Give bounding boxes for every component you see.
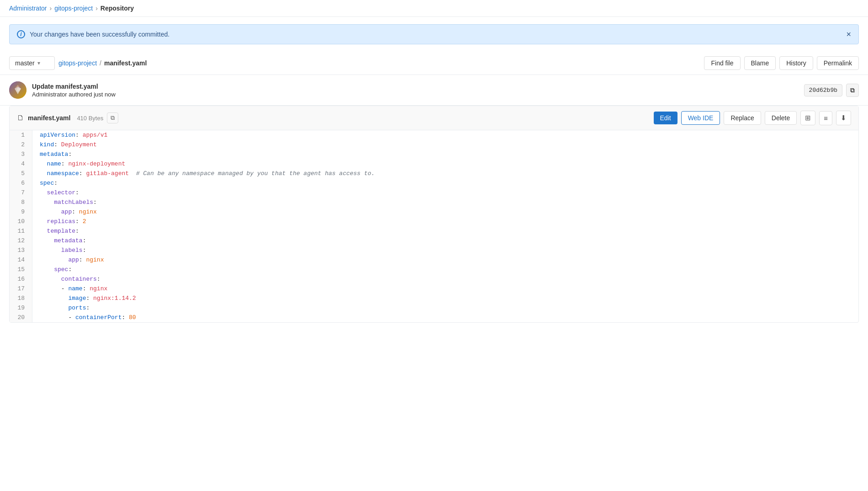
- table-row: 2kind: Deployment: [10, 140, 858, 149]
- line-number: 16: [10, 274, 32, 284]
- commit-details: Update manifest.yaml Administrator autho…: [32, 83, 116, 98]
- code-body: 1apiVersion: apps/v12kind: Deployment3me…: [10, 130, 858, 322]
- line-content: selector:: [32, 188, 858, 197]
- alert-close-button[interactable]: ×: [846, 30, 851, 38]
- table-row: 6spec:: [10, 178, 858, 188]
- find-file-button[interactable]: Find file: [704, 56, 740, 70]
- breadcrumb-project[interactable]: gitops-project: [54, 5, 93, 12]
- line-number: 11: [10, 226, 32, 236]
- commit-meta: Administrator authored just now: [32, 91, 116, 98]
- alert-left: i Your changes have been successfully co…: [17, 30, 169, 38]
- history-button[interactable]: History: [779, 56, 813, 70]
- line-number: 19: [10, 303, 32, 313]
- line-number: 14: [10, 255, 32, 265]
- line-number: 4: [10, 159, 32, 169]
- line-number: 18: [10, 294, 32, 303]
- line-content: metadata:: [32, 149, 858, 159]
- table-row: 5 namespace: gitlab-agent # Can be any n…: [10, 169, 858, 178]
- commit-author: Administrator: [32, 91, 67, 98]
- commit-right: 20d62b9b ⧉: [804, 84, 859, 97]
- web-ide-button[interactable]: Web IDE: [681, 111, 720, 125]
- line-content: template:: [32, 226, 858, 236]
- commit-info: Update manifest.yaml Administrator autho…: [0, 75, 868, 106]
- file-path-current: manifest.yaml: [104, 59, 147, 67]
- line-content: apiVersion: apps/v1: [32, 130, 858, 140]
- line-number: 15: [10, 265, 32, 274]
- commit-hash: 20d62b9b: [804, 84, 842, 96]
- line-number: 13: [10, 246, 32, 255]
- breadcrumb-admin[interactable]: Administrator: [9, 5, 47, 12]
- line-number: 1: [10, 130, 32, 140]
- line-content: replicas: 2: [32, 217, 858, 226]
- delete-button[interactable]: Delete: [765, 111, 797, 125]
- table-row: 4 name: nginx-deployment: [10, 159, 858, 169]
- table-row: 14 app: nginx: [10, 255, 858, 265]
- code-filename: manifest.yaml: [28, 114, 70, 122]
- copy-hash-button[interactable]: ⧉: [846, 84, 859, 97]
- chevron-down-icon: ▾: [37, 60, 40, 66]
- line-number: 6: [10, 178, 32, 188]
- line-number: 17: [10, 284, 32, 294]
- breadcrumb-sep-2: ›: [95, 5, 98, 12]
- table-row: 16 containers:: [10, 274, 858, 284]
- blame-icon-button[interactable]: ≡: [819, 111, 832, 125]
- commit-message: Update manifest.yaml: [32, 83, 116, 90]
- table-row: 9 app: nginx: [10, 207, 858, 217]
- line-number: 8: [10, 197, 32, 207]
- line-number: 12: [10, 236, 32, 246]
- avatar: [9, 81, 26, 99]
- table-row: 3metadata:: [10, 149, 858, 159]
- line-content: containers:: [32, 274, 858, 284]
- line-number: 5: [10, 169, 32, 178]
- line-content: name: nginx-deployment: [32, 159, 858, 169]
- line-content: ports:: [32, 303, 858, 313]
- file-header-row: master ▾ gitops-project / manifest.yaml …: [0, 52, 868, 75]
- table-row: 1apiVersion: apps/v1: [10, 130, 858, 140]
- breadcrumb: Administrator › gitops-project › Reposit…: [0, 0, 868, 17]
- line-number: 10: [10, 217, 32, 226]
- replace-button[interactable]: Replace: [724, 111, 761, 125]
- breadcrumb-sep-1: ›: [49, 5, 52, 12]
- download-button[interactable]: ⬇: [836, 111, 851, 125]
- code-filesize: 410 Bytes: [77, 115, 103, 122]
- line-number: 9: [10, 207, 32, 217]
- alert-message: Your changes have been successfully comm…: [30, 31, 169, 38]
- file-type-icon: 🗋: [17, 114, 24, 122]
- table-row: 10 replicas: 2: [10, 217, 858, 226]
- line-content: matchLabels:: [32, 197, 858, 207]
- line-content: spec:: [32, 178, 858, 188]
- commit-time: authored just now: [69, 91, 116, 98]
- table-row: 8 matchLabels:: [10, 197, 858, 207]
- code-panel-header-right: Edit Web IDE Replace Delete ⊞ ≡ ⬇: [654, 111, 852, 125]
- branch-label: master: [15, 59, 35, 67]
- line-content: kind: Deployment: [32, 140, 858, 149]
- table-row: 7 selector:: [10, 188, 858, 197]
- line-content: image: nginx:1.14.2: [32, 294, 858, 303]
- file-path: gitops-project / manifest.yaml: [58, 59, 147, 67]
- info-icon: i: [17, 30, 25, 38]
- path-slash: /: [100, 59, 101, 67]
- line-number: 3: [10, 149, 32, 159]
- edit-button[interactable]: Edit: [654, 112, 677, 124]
- code-panel-header-left: 🗋 manifest.yaml 410 Bytes ⧉: [17, 112, 118, 123]
- table-row: 15 spec:: [10, 265, 858, 274]
- success-alert: i Your changes have been successfully co…: [9, 24, 859, 44]
- raw-button[interactable]: ⊞: [800, 111, 815, 125]
- permalink-button[interactable]: Permalink: [817, 56, 859, 70]
- code-panel: 🗋 manifest.yaml 410 Bytes ⧉ Edit Web IDE…: [9, 106, 859, 323]
- table-row: 13 labels:: [10, 246, 858, 255]
- line-number: 2: [10, 140, 32, 149]
- line-content: metadata:: [32, 236, 858, 246]
- file-header-actions: Find file Blame History Permalink: [704, 56, 859, 70]
- copy-path-button[interactable]: ⧉: [107, 112, 118, 123]
- branch-selector[interactable]: master ▾: [9, 56, 55, 70]
- file-path-project[interactable]: gitops-project: [58, 59, 97, 67]
- line-content: labels:: [32, 246, 858, 255]
- breadcrumb-current: Repository: [101, 5, 134, 12]
- code-panel-header: 🗋 manifest.yaml 410 Bytes ⧉ Edit Web IDE…: [10, 106, 858, 130]
- line-content: namespace: gitlab-agent # Can be any nam…: [32, 169, 858, 178]
- line-number: 7: [10, 188, 32, 197]
- table-row: 18 image: nginx:1.14.2: [10, 294, 858, 303]
- blame-button[interactable]: Blame: [744, 56, 776, 70]
- table-row: 19 ports:: [10, 303, 858, 313]
